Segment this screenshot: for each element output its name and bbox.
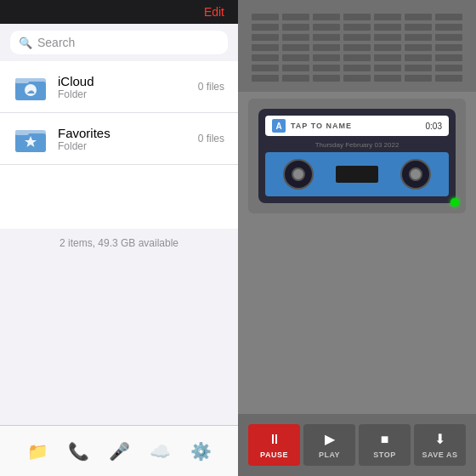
files-app-panel: Edit 🔍 Search ☁ iCloud Folder 0 files (0, 0, 238, 476)
list-item[interactable]: Favorites Folder 0 files (0, 113, 238, 165)
grille-rows (252, 14, 462, 82)
svg-rect-2 (15, 78, 29, 83)
tape-reel-left (283, 159, 314, 190)
file-type: Folder (58, 88, 188, 100)
cassette-area: A TAP TO NAME 0:03 Thursday February 03 … (248, 99, 466, 213)
stop-label: STOP (373, 450, 395, 459)
tape-recorder-panel: A TAP TO NAME 0:03 Thursday February 03 … (238, 0, 476, 476)
cassette-time: 0:03 (426, 122, 442, 131)
spacer (238, 220, 476, 414)
cassette-label: A TAP TO NAME 0:03 (265, 116, 449, 136)
pause-icon: ⏸ (268, 432, 281, 447)
cassette-body (265, 152, 449, 196)
file-info: Favorites Folder (58, 126, 188, 152)
search-icon: 🔍 (19, 37, 32, 49)
storage-info: 2 items, 49.3 GB available (0, 229, 238, 258)
cassette-side-badge: A (272, 119, 286, 133)
cassette-title[interactable]: TAP TO NAME (291, 122, 421, 130)
file-type: Folder (58, 140, 188, 152)
bottom-toolbar: 📁 📞 🎤 ☁️ ⚙️ (0, 425, 238, 476)
tape-reel-right (400, 159, 431, 190)
saveas-icon: ⬇ (434, 431, 445, 447)
icloud-folder-icon: ☁ (14, 70, 48, 104)
controls-area: ⏸ PAUSE ▶ PLAY ■ STOP ⬇ SAVE AS (238, 414, 476, 476)
edit-button[interactable]: Edit (204, 5, 224, 19)
pause-label: PAUSE (260, 450, 288, 459)
search-bar[interactable]: 🔍 Search (10, 31, 228, 54)
file-info: iCloud Folder (58, 74, 188, 100)
cassette[interactable]: A TAP TO NAME 0:03 Thursday February 03 … (258, 109, 456, 203)
file-name: iCloud (58, 74, 188, 88)
empty-space (0, 258, 238, 425)
top-bar: Edit (0, 0, 238, 24)
tape-window (336, 166, 378, 183)
play-button[interactable]: ▶ PLAY (303, 424, 355, 466)
cassette-date: Thursday February 03 2022 (265, 141, 449, 149)
led-indicator (450, 198, 459, 207)
cloud-tab-icon[interactable]: ☁️ (150, 441, 171, 462)
phone-tab-icon[interactable]: 📞 (68, 441, 89, 462)
pause-button[interactable]: ⏸ PAUSE (248, 424, 300, 466)
list-item[interactable]: ☁ iCloud Folder 0 files (0, 61, 238, 113)
stop-icon: ■ (381, 432, 389, 447)
svg-rect-7 (15, 130, 29, 135)
saveas-button[interactable]: ⬇ SAVE AS (414, 424, 466, 466)
search-placeholder: Search (37, 36, 75, 49)
tape-reel-inner-left (292, 167, 305, 181)
play-icon: ▶ (325, 431, 335, 447)
saveas-label: SAVE AS (422, 450, 457, 459)
speaker-grille (238, 0, 476, 92)
favorites-folder-icon (14, 122, 48, 156)
settings-tab-icon[interactable]: ⚙️ (190, 441, 212, 462)
file-name: Favorites (58, 126, 188, 140)
mic-tab-icon[interactable]: 🎤 (109, 441, 130, 462)
file-list: ☁ iCloud Folder 0 files Favorites Fold (0, 61, 238, 229)
folder-tab-icon[interactable]: 📁 (27, 441, 48, 462)
svg-text:☁: ☁ (26, 86, 35, 95)
file-count: 0 files (198, 81, 224, 93)
stop-button[interactable]: ■ STOP (359, 424, 411, 466)
play-label: PLAY (319, 450, 340, 459)
tape-reel-inner-right (409, 167, 422, 181)
file-count: 0 files (198, 133, 224, 144)
